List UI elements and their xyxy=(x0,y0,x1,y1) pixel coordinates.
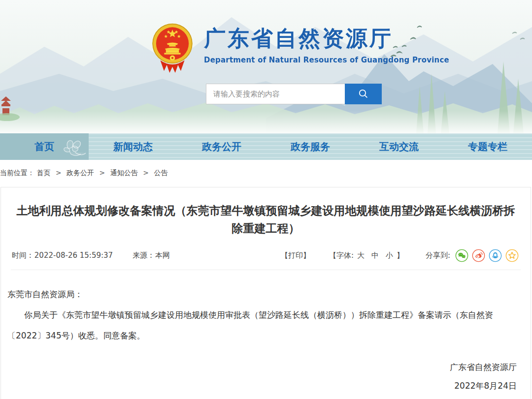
article-signature: 广东省自然资源厅 2022年8月24日 xyxy=(1,358,531,395)
signature-date: 2022年8月24日 xyxy=(1,376,517,395)
nav-item-special-topics[interactable]: 专题专栏 xyxy=(443,133,532,160)
search-input[interactable] xyxy=(206,84,345,104)
article-meta-left: 时间 :2022-08-26 15:59:37来源 :本网 xyxy=(12,251,173,260)
share-label: 分享到: xyxy=(426,251,450,260)
magnolia-flower-icon xyxy=(55,135,87,159)
breadcrumb-item-announcement[interactable]: 公告 xyxy=(154,169,167,177)
main-nav: 首页 新闻动态 政务公开 政务服务 互动交流 专题专栏 xyxy=(0,133,532,160)
publish-time: 2022-08-26 15:59:37 xyxy=(34,251,113,260)
font-size-control: 【字体:大中小】 xyxy=(329,251,404,260)
article-meta-right: 【打印】 【字体:大中小】 分享到: xyxy=(281,249,519,262)
share-icons xyxy=(455,249,519,262)
nav-item-gov-service[interactable]: 政务服务 xyxy=(266,133,355,160)
nav-item-home[interactable]: 首页 xyxy=(0,133,89,160)
nav-item-label: 首页 xyxy=(34,141,54,153)
time-label: 时间 : xyxy=(12,251,32,260)
breadcrumb-label: 当前位置： xyxy=(0,169,34,177)
breadcrumb-item-notices[interactable]: 通知公告 xyxy=(110,169,138,177)
site-header: 广东省自然资源厅 Department of Natural Resources… xyxy=(0,0,532,133)
search-icon xyxy=(358,88,369,100)
site-titles: 广东省自然资源厅 Department of Natural Resources… xyxy=(204,22,449,74)
article-paragraph: 东莞市自然资源局： xyxy=(7,284,524,305)
search-bar xyxy=(206,84,382,104)
site-title: 广东省自然资源厅 xyxy=(204,26,449,51)
font-size-large[interactable]: 大 xyxy=(357,251,365,260)
wechat-share-icon[interactable] xyxy=(455,249,468,262)
article-container: 土地利用总体规划修改备案情况（东莞市望牛墩镇预留城乡建设用地规模使用望沙路延长线… xyxy=(0,187,531,399)
search-button[interactable] xyxy=(345,84,382,104)
nav-item-label: 政务服务 xyxy=(291,141,330,153)
article-body: 东莞市自然资源局： 你局关于《东莞市望牛墩镇预留城乡建设用地规模使用审批表（望沙… xyxy=(1,270,531,346)
nav-item-label: 互动交流 xyxy=(379,141,419,153)
breadcrumb-separator: > xyxy=(100,169,105,177)
nav-item-label: 专题专栏 xyxy=(468,141,507,153)
article-title: 土地利用总体规划修改备案情况（东莞市望牛墩镇预留城乡建设用地规模使用望沙路延长线… xyxy=(16,202,516,237)
font-size-medium[interactable]: 中 xyxy=(371,251,379,260)
weibo-share-icon[interactable] xyxy=(472,249,485,262)
qq-share-icon[interactable] xyxy=(489,249,502,262)
signature-org: 广东省自然资源厅 xyxy=(1,358,517,376)
nav-item-gov-info[interactable]: 政务公开 xyxy=(177,133,266,160)
qzone-share-icon[interactable] xyxy=(505,249,519,262)
nav-item-news[interactable]: 新闻动态 xyxy=(89,133,177,160)
mist xyxy=(0,111,532,133)
font-size-prefix: 【字体: xyxy=(329,251,354,260)
breadcrumb-item-gov-info[interactable]: 政务公开 xyxy=(66,169,94,177)
source-value: 本网 xyxy=(155,251,170,260)
national-emblem-icon xyxy=(151,22,194,74)
article-meta-row: 时间 :2022-08-26 15:59:37来源 :本网 【打印】 【字体:大… xyxy=(1,249,531,262)
breadcrumb-separator: > xyxy=(143,169,149,177)
source-label: 来源 : xyxy=(133,251,152,260)
print-button[interactable]: 【打印】 xyxy=(281,251,310,260)
font-size-small[interactable]: 小 xyxy=(386,251,393,260)
nav-item-label: 新闻动态 xyxy=(113,141,153,153)
site-logo-block: 广东省自然资源厅 Department of Natural Resources… xyxy=(151,22,449,74)
nav-item-label: 政务公开 xyxy=(202,141,241,153)
breadcrumb-separator: > xyxy=(56,169,62,177)
breadcrumb: 当前位置： 首页 > 政务公开 > 通知公告 > 公告 xyxy=(0,169,167,178)
site-subtitle: Department of Natural Resources of Guang… xyxy=(204,56,449,64)
nav-item-interaction[interactable]: 互动交流 xyxy=(355,133,443,160)
page: 广东省自然资源厅 Department of Natural Resources… xyxy=(0,0,532,399)
font-size-suffix: 】 xyxy=(397,251,404,260)
article-paragraph: 你局关于《东莞市望牛墩镇预留城乡建设用地规模使用审批表（望沙路延长线（横沥桥））… xyxy=(7,305,524,346)
breadcrumb-item-home[interactable]: 首页 xyxy=(36,169,50,177)
